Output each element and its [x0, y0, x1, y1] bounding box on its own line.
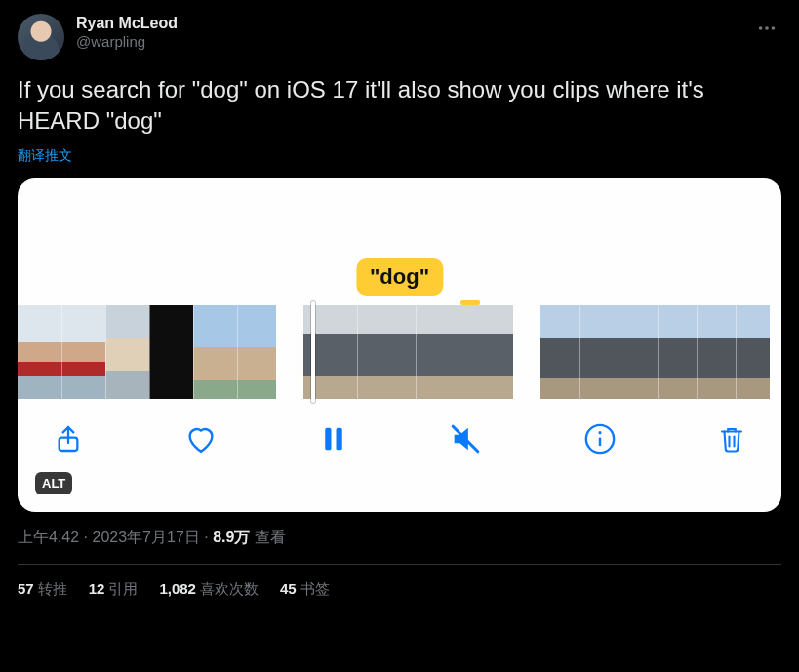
- mute-button[interactable]: [449, 422, 482, 455]
- clip-1[interactable]: [18, 305, 276, 399]
- thumbnail: [357, 305, 416, 399]
- thumbnail: [697, 305, 736, 399]
- thumbnail: [61, 305, 105, 399]
- trash-icon: [717, 422, 746, 455]
- thumbnail: [105, 305, 149, 399]
- mute-icon: [449, 422, 482, 455]
- info-icon: [583, 422, 617, 455]
- svg-point-0: [759, 26, 763, 30]
- thumbnail: [193, 305, 237, 399]
- views-count: 8.9万: [213, 529, 250, 545]
- share-button[interactable]: [53, 422, 84, 455]
- thumbnail: [579, 305, 619, 399]
- alt-badge[interactable]: ALT: [35, 472, 72, 494]
- media-card[interactable]: "dog": [18, 178, 781, 512]
- like-button[interactable]: [184, 422, 218, 455]
- tweet-date[interactable]: 2023年7月17日: [92, 529, 199, 545]
- tweet-stats: 57转推 12引用 1,082喜欢次数 45书签: [18, 565, 781, 614]
- video-filmstrip[interactable]: [18, 305, 781, 399]
- svg-rect-4: [325, 428, 331, 451]
- clip-3[interactable]: [540, 305, 770, 399]
- share-icon: [53, 422, 84, 455]
- more-button[interactable]: [752, 14, 781, 43]
- thumbnail: [658, 305, 697, 399]
- thumbnail: [619, 305, 658, 399]
- svg-point-2: [772, 26, 776, 30]
- tweet-meta: 上午4:42 · 2023年7月17日 · 8.9万 查看: [18, 528, 781, 565]
- thumbnail: [416, 305, 513, 399]
- pause-icon: [319, 422, 348, 455]
- display-name: Ryan McLeod: [76, 14, 178, 33]
- heart-icon: [184, 422, 218, 455]
- clip-2-active[interactable]: [303, 305, 513, 399]
- svg-rect-5: [336, 428, 341, 451]
- views-label: 查看: [250, 529, 285, 545]
- stat-likes[interactable]: 1,082喜欢次数: [159, 580, 259, 599]
- svg-point-1: [765, 26, 769, 30]
- more-icon: [756, 18, 778, 39]
- tweet-container: Ryan McLeod @warpling If you search for …: [0, 0, 799, 614]
- tweet-time[interactable]: 上午4:42: [18, 529, 79, 545]
- thumbnail: [149, 305, 193, 399]
- tweet-header: Ryan McLeod @warpling: [18, 14, 781, 60]
- thumbnail: [18, 305, 61, 399]
- stat-retweets[interactable]: 57转推: [18, 580, 67, 599]
- thumbnail: [303, 305, 357, 399]
- media-toolbar: [18, 399, 781, 455]
- pause-button[interactable]: [319, 422, 348, 455]
- thumbnail: [736, 305, 770, 399]
- svg-point-9: [598, 431, 601, 434]
- caption-bubble: "dog": [356, 258, 443, 296]
- avatar[interactable]: [18, 14, 64, 60]
- tweet-text: If you search for "dog" on iOS 17 it'll …: [18, 74, 781, 138]
- info-button[interactable]: [583, 422, 617, 455]
- stat-bookmarks[interactable]: 45书签: [280, 580, 330, 599]
- thumbnail: [540, 305, 579, 399]
- translate-link[interactable]: 翻译推文: [18, 147, 72, 165]
- author-names[interactable]: Ryan McLeod @warpling: [76, 14, 178, 52]
- media-preview-top: "dog": [18, 178, 781, 305]
- thumbnail: [237, 305, 276, 399]
- handle: @warpling: [76, 33, 178, 52]
- delete-button[interactable]: [717, 422, 746, 455]
- stat-quotes[interactable]: 12引用: [89, 580, 139, 599]
